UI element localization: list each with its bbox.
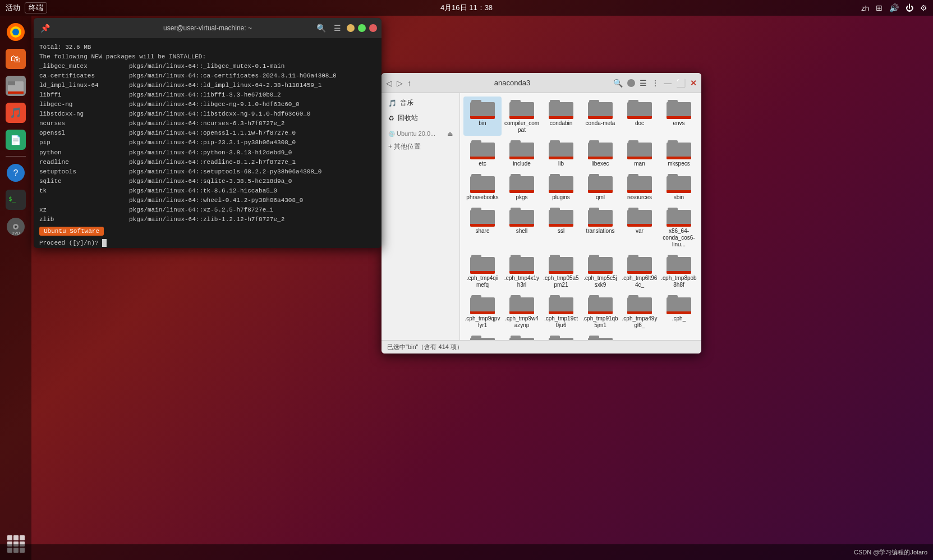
package-list: _libgcc_mutexpkgs/main/linux-64::_libgcc… [39,62,376,224]
fm-sidebar-section: 💿 Ubuntu 20.0... ⏏ [382,128,459,139]
terminal-search-icon[interactable]: 🔍 [314,22,328,34]
package-item: libstdcxx-ngpkgs/main/linux-64::libstdcx… [39,109,376,119]
prompt-line: Proceed ([y]/n)? [39,238,376,248]
fm-maximize-icon[interactable]: ⬜ [676,79,686,88]
fm-back-icon[interactable]: ◁ [386,79,392,88]
folder-item[interactable]: include [503,137,541,169]
folder-item[interactable]: libexec [581,137,619,169]
top-bar: 活动 终端 4月16日 11：38 zh ⊞ 🔊 ⏻ ⚙ [0,0,933,16]
terminal-close-btn[interactable] [369,24,377,32]
folder-item[interactable]: .cph_ [463,332,502,340]
bottom-text: CSDN @学习编程的Jotaro [854,548,927,557]
folder-item[interactable]: .cph_ [542,332,580,340]
folder-item[interactable]: .cph_tmp19ct0ju6 [542,292,580,331]
fm-sidebar-trash[interactable]: ♻ 回收站 [382,111,459,126]
lang-label[interactable]: zh [861,4,869,12]
total-line: Total: 32.6 MB [39,43,376,52]
folder-item[interactable]: doc [621,97,659,136]
dock-dvd[interactable]: DVD [4,215,27,238]
folder-item[interactable]: .cph_tmp4x1yh3rl [503,251,541,291]
fm-forward-icon[interactable]: ▷ [397,79,403,88]
folder-item[interactable]: bin [463,97,502,136]
terminal-pin-icon[interactable]: 📌 [38,22,52,34]
fm-view-toggle[interactable] [627,79,635,87]
folder-item[interactable]: share [463,204,502,250]
folder-item[interactable]: man [621,137,659,169]
folder-item[interactable]: resources [621,171,659,203]
folder-item[interactable]: phrasebooks [463,171,502,203]
package-item: readlinepkgs/main/linux-64::readline-8.1… [39,158,376,167]
dock-terminal[interactable]: $_ [4,188,27,212]
folder-item[interactable]: conda-meta [581,97,619,136]
fm-search-icon[interactable]: 🔍 [613,79,623,88]
dock-libreoffice[interactable]: 📄 [4,128,27,152]
folder-item[interactable]: .cph_tmp9qpvfyr1 [463,292,502,331]
package-item: xzpkgs/main/linux-64::xz-5.2.5-h7f8727e_… [39,205,376,215]
settings-icon[interactable]: ⚙ [920,3,927,12]
svg-text:📄: 📄 [10,135,21,145]
folder-item[interactable]: compiler_compat [503,97,541,136]
folder-item[interactable]: .cph_ [503,332,541,340]
terminal-label[interactable]: 终端 [25,2,47,13]
dock-ubuntu-software[interactable]: 🛍 [4,47,27,71]
terminal-body[interactable]: Total: 32.6 MB The following NEW package… [34,38,382,248]
folder-item[interactable]: .cph_ [581,332,619,340]
folder-item[interactable]: qml [581,171,619,203]
folder-item[interactable]: pkgs [503,171,541,203]
folder-item[interactable]: ssl [542,204,580,250]
fm-statusbar: 已选中"bin"（含有 414 项） [382,340,701,354]
svg-point-2 [12,29,19,35]
fm-title: anaconda3 [494,79,530,87]
fm-close-icon[interactable]: ✕ [690,79,697,88]
ubuntu-badge-line: Ubuntu Software [39,227,376,236]
fm-sidebar-add[interactable]: + 其他位置 [382,139,459,154]
ubuntu-software-badge: Ubuntu Software [39,227,104,236]
package-item: pkgs/main/linux-64::wheel-0.41.2-py38h06… [39,196,376,205]
package-item: ncursespkgs/main/linux-64::ncurses-6.3-h… [39,119,376,128]
fm-sidebar-eject-icon[interactable]: ⏏ [447,130,453,137]
folder-item[interactable]: condabin [542,97,580,136]
fm-titlebar: ◁ ▷ ↑ anaconda3 🔍 ☰ ⋮ — ⬜ ✕ [382,73,701,93]
folder-item[interactable]: .cph_tmp9w4azynp [503,292,541,331]
svg-rect-22 [13,535,19,540]
dock-files[interactable] [4,74,27,98]
terminal-minimize-btn[interactable] [347,24,355,32]
fm-options-icon[interactable]: ⋮ [651,79,659,88]
folder-item[interactable]: mkspecs [660,137,698,169]
folder-item[interactable]: x86_64-conda_cos6-linu... [660,204,698,250]
folder-item[interactable]: etc [463,137,502,169]
folder-item[interactable]: sbin [660,171,698,203]
folder-item[interactable]: plugins [542,171,580,203]
sound-icon[interactable]: 🔊 [889,3,899,12]
folder-item[interactable]: .cph_tmp8pob8h8f [660,251,698,291]
svg-rect-7 [8,81,15,85]
folder-item[interactable]: lib [542,137,580,169]
activities-label[interactable]: 活动 [6,3,20,13]
package-item: sqlitepkgs/main/linux-64::sqlite-3.38.5-… [39,177,376,186]
terminal-maximize-btn[interactable] [358,24,366,32]
folder-item[interactable]: .cph_tmp05a5pm21 [542,251,580,291]
dock-rhythmbox[interactable]: 🎵 [4,101,27,125]
terminal-menu-icon[interactable]: ☰ [332,22,343,34]
fm-minimize-icon[interactable]: — [664,79,672,88]
package-item: ld_impl_linux-64pkgs/main/linux-64::ld_i… [39,81,376,90]
folder-item[interactable]: .cph_tmpa49ygl6_ [621,292,659,331]
fm-sidebar-music[interactable]: 🎵 音乐 [382,95,459,111]
folder-item[interactable]: var [621,204,659,250]
terminal-window: 📌 user@user-virtual-machine: ~ 🔍 ☰ Total… [34,18,382,248]
fm-list-view-icon[interactable]: ☰ [640,79,647,88]
dock-help[interactable]: ? [4,161,27,185]
folder-item[interactable]: .cph_tmp6lt964c_ [621,251,659,291]
folder-item[interactable]: translations [581,204,619,250]
fm-up-icon[interactable]: ↑ [407,79,411,88]
folder-item[interactable]: .cph_tmp4qiimefq [463,251,502,291]
dock-firefox[interactable] [4,20,27,44]
folder-item[interactable]: envs [660,97,698,136]
package-item: pythonpkgs/main/linux-64::python-3.8.13-… [39,148,376,158]
power-icon[interactable]: ⏻ [906,3,913,12]
folder-item[interactable]: shell [503,204,541,250]
folder-item[interactable]: .cph_tmp5c5jsxk9 [581,251,619,291]
folder-item[interactable]: .cph_ [660,292,698,331]
svg-rect-8 [8,91,24,94]
folder-item[interactable]: .cph_tmp91qb5jm1 [581,292,619,331]
